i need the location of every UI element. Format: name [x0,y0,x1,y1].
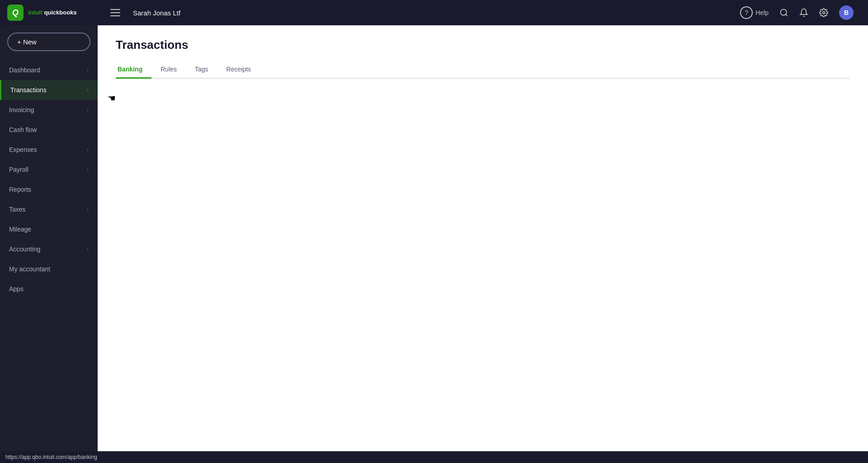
header-left: Q intuit quickbooks Sarah Jonas Ltf [0,0,180,25]
tab-receipts[interactable]: Receipts [217,61,260,79]
chevron-right-icon: › [87,87,89,93]
sidebar-item-label: Transactions [10,86,47,94]
page-title: Transactions [116,38,850,52]
tab-rules[interactable]: Rules [151,61,186,79]
sidebar-item-label: Expenses [9,146,37,153]
sidebar-item-transactions[interactable]: Transactions › [0,80,98,100]
brand-text: intuit quickbooks [28,9,77,16]
new-button[interactable]: + New [7,33,90,51]
help-button[interactable]: ? Help [736,3,772,23]
sidebar-item-label: Reports [9,186,31,193]
content-body [98,79,868,451]
header-right: ? Help B [736,2,857,24]
chevron-right-icon: › [87,146,89,153]
search-icon [779,8,788,17]
avatar: B [839,5,854,20]
sidebar-item-accounting[interactable]: Accounting › [0,239,98,259]
quickbooks-logo: Q [7,5,24,21]
sidebar-navigation: Dashboard › Transactions › Invoicing › C… [0,60,98,299]
search-button[interactable] [776,5,792,21]
sidebar-item-my-accountant[interactable]: My accountant [0,259,98,279]
chevron-right-icon: › [87,166,89,173]
bell-icon [799,8,808,17]
chevron-right-icon: › [87,246,89,252]
chevron-right-icon: › [87,107,89,113]
tab-tags[interactable]: Tags [186,61,217,79]
sidebar-item-label: Dashboard [9,66,40,74]
user-avatar-button[interactable]: B [835,2,857,24]
sidebar-item-payroll[interactable]: Payroll › [0,160,98,180]
sidebar-item-label: Invoicing [9,106,34,113]
sidebar-item-invoicing[interactable]: Invoicing › [0,100,98,120]
chevron-right-icon: › [87,67,89,73]
hamburger-button[interactable] [107,5,124,20]
status-bar-url: https://app.qbo.intuit.com/app/banking [5,454,97,460]
notifications-button[interactable] [796,5,812,21]
sidebar-item-apps[interactable]: Apps [0,279,98,299]
sidebar-item-mileage[interactable]: Mileage [0,219,98,239]
content-header: Transactions Banking Rules Tags Receipts [98,25,868,79]
sidebar: + New Dashboard › Transactions › Invoici… [0,25,98,451]
logo-area: Q intuit quickbooks [0,0,98,25]
sidebar-item-label: Apps [9,285,24,293]
svg-point-2 [823,12,825,14]
chevron-right-icon: › [87,206,89,213]
sidebar-item-dashboard[interactable]: Dashboard › [0,60,98,80]
company-name: Sarah Jonas Ltf [133,9,180,17]
top-header: Q intuit quickbooks Sarah Jonas Ltf ? He… [0,0,868,25]
status-bar: https://app.qbo.intuit.com/app/banking [0,451,868,463]
help-icon: ? [740,6,753,19]
sidebar-item-label: Cash flow [9,126,37,133]
sidebar-item-taxes[interactable]: Taxes › [0,199,98,219]
settings-button[interactable] [816,5,832,21]
main-layout: + New Dashboard › Transactions › Invoici… [0,25,868,451]
sidebar-item-label: Accounting [9,246,40,253]
tabs-row: Banking Rules Tags Receipts [116,61,850,79]
sidebar-item-label: Taxes [9,206,26,213]
sidebar-item-label: Mileage [9,226,31,233]
sidebar-item-reports[interactable]: Reports [0,180,98,199]
gear-icon [819,8,828,17]
svg-line-1 [786,14,788,16]
sidebar-item-expenses[interactable]: Expenses › [0,140,98,160]
sidebar-item-label: My accountant [9,265,50,273]
content-area: Transactions Banking Rules Tags Receipts… [98,25,868,451]
sidebar-item-cash-flow[interactable]: Cash flow [0,120,98,140]
tab-banking[interactable]: Banking [116,61,151,79]
svg-point-0 [781,9,787,15]
help-label: Help [755,9,769,16]
sidebar-item-label: Payroll [9,166,28,173]
